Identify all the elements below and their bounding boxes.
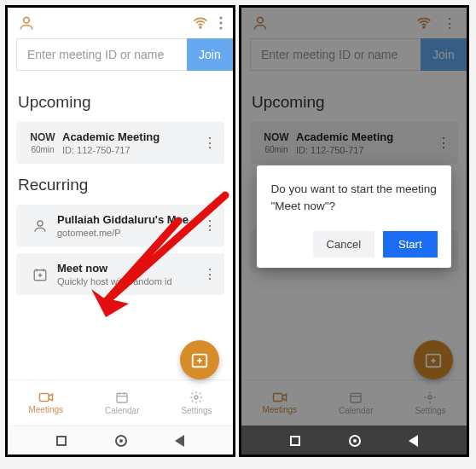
- svg-point-5: [38, 221, 43, 226]
- section-upcoming-title: Upcoming: [18, 93, 223, 112]
- back-button[interactable]: [409, 435, 418, 447]
- home-button[interactable]: [115, 435, 127, 447]
- overflow-menu-icon[interactable]: [219, 16, 223, 30]
- cancel-button[interactable]: Cancel: [313, 231, 374, 258]
- bottom-nav: Meetings Calendar Settings: [8, 379, 233, 426]
- nav-meetings[interactable]: Meetings: [28, 391, 63, 414]
- nav-settings[interactable]: Settings: [181, 391, 212, 415]
- meeting-time-block: NOW 60min: [23, 131, 62, 154]
- join-button[interactable]: Join: [187, 38, 233, 71]
- new-meeting-fab[interactable]: [180, 340, 219, 379]
- android-nav-bar: [241, 426, 467, 455]
- recurring-title: Pullaiah Giddaluru's Meeting: [57, 213, 202, 226]
- start-meeting-dialog: Do you want to start the meeting "Meet n…: [257, 165, 450, 268]
- start-button[interactable]: Start: [383, 231, 437, 258]
- recurring-meeting-card[interactable]: Pullaiah Giddaluru's Meeting gotomeet.me…: [16, 205, 224, 246]
- svg-rect-9: [117, 393, 127, 402]
- calendar-icon: [115, 391, 129, 404]
- svg-rect-8: [39, 394, 49, 402]
- profile-icon[interactable]: [18, 14, 35, 32]
- svg-point-1: [200, 26, 201, 28]
- gear-icon: [189, 391, 203, 404]
- nav-label: Calendar: [105, 406, 140, 415]
- svg-point-2: [219, 16, 222, 19]
- card-overflow-icon[interactable]: ⋮: [202, 217, 218, 234]
- upcoming-meeting-card[interactable]: NOW 60min Academic Meeting ID: 112-750-7…: [16, 122, 224, 164]
- meeting-duration: 60min: [31, 145, 54, 154]
- svg-point-4: [219, 26, 222, 29]
- meeting-title: Academic Meeting: [62, 130, 202, 143]
- meet-now-card[interactable]: Meet now Quickly host with random id ⋮: [16, 253, 224, 295]
- recurring-sub: gotomeet.me/P: [57, 228, 202, 238]
- recents-button[interactable]: [290, 436, 300, 446]
- meet-now-sub: Quickly host with random id: [57, 276, 202, 287]
- content-area: Upcoming NOW 60min Academic Meeting ID: …: [8, 76, 233, 379]
- modal-backdrop[interactable]: Do you want to start the meeting "Meet n…: [241, 8, 467, 426]
- dialog-message: Do you want to start the meeting "Meet n…: [270, 181, 437, 214]
- svg-point-3: [219, 21, 222, 24]
- card-overflow-icon[interactable]: ⋮: [202, 135, 218, 151]
- meeting-now-label: NOW: [30, 131, 55, 143]
- calendar-plus-icon: [23, 267, 57, 282]
- top-bar: [8, 8, 233, 38]
- meeting-id-input[interactable]: [16, 38, 187, 71]
- android-nav-bar: [8, 426, 233, 455]
- recents-button[interactable]: [56, 436, 67, 446]
- search-row: Join: [8, 38, 233, 76]
- back-button[interactable]: [175, 435, 184, 447]
- wifi-icon: [192, 14, 209, 32]
- svg-point-10: [194, 396, 198, 399]
- phone-screen-right: ⋮ Join Upcoming NOW60min Academic Meetin…: [239, 5, 469, 457]
- home-button[interactable]: [349, 435, 361, 447]
- nav-label: Meetings: [28, 405, 63, 414]
- card-overflow-icon[interactable]: ⋮: [202, 266, 218, 282]
- section-recurring-title: Recurring: [18, 176, 223, 194]
- nav-label: Settings: [181, 406, 212, 415]
- meet-now-title: Meet now: [57, 262, 202, 275]
- svg-point-0: [24, 17, 30, 23]
- nav-calendar[interactable]: Calendar: [105, 391, 140, 415]
- phone-screen-left: Join Upcoming NOW 60min Academic Meeting…: [5, 5, 235, 457]
- camera-icon: [38, 391, 54, 403]
- meeting-id: ID: 112-750-717: [62, 145, 202, 155]
- person-icon: [23, 218, 57, 234]
